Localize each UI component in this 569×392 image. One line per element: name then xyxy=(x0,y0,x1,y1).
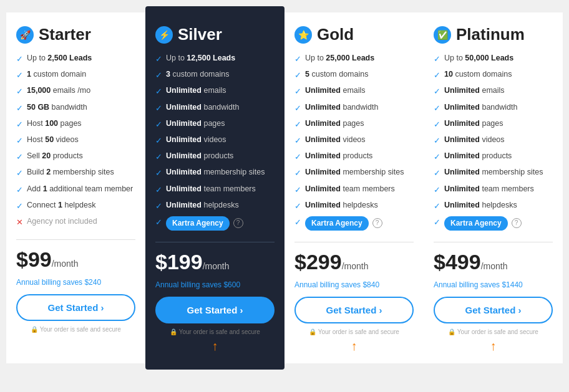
plan-starter: 🚀Starter✓Up to 2,500 Leads✓1 custom doma… xyxy=(6,12,145,363)
silver-price: $199 xyxy=(155,250,203,274)
gold-billing-note: Annual billing saves $840 xyxy=(294,280,414,289)
list-item: ✓Up to 12,500 Leads xyxy=(155,53,275,65)
list-item: ✓Kartra Agency? xyxy=(434,216,553,231)
feature-text: Host 100 pages xyxy=(27,118,82,130)
list-item: ✓Unlimited helpdesks xyxy=(294,200,414,212)
check-icon: ✓ xyxy=(155,201,162,212)
check-icon: ✓ xyxy=(434,103,440,114)
divider xyxy=(155,242,275,242)
list-item: ✓Add 1 additional team member xyxy=(16,184,135,196)
feature-text: Unlimited emails xyxy=(166,85,226,97)
check-icon: ✓ xyxy=(155,184,162,196)
list-item: ✓Unlimited bandwidth xyxy=(294,102,414,114)
feature-text: Unlimited videos xyxy=(444,135,505,146)
starter-name: Starter xyxy=(39,25,91,44)
list-item: ✓Kartra Agency? xyxy=(294,216,414,231)
agency-row: Kartra Agency? xyxy=(305,216,382,231)
check-icon: ✓ xyxy=(294,103,301,114)
agency-question-icon[interactable]: ? xyxy=(512,218,522,228)
divider xyxy=(434,242,553,242)
silver-name: Silver xyxy=(178,25,222,44)
check-icon: ✓ xyxy=(16,119,23,130)
list-item: ✓Unlimited pages xyxy=(155,118,275,130)
agency-question-icon[interactable]: ? xyxy=(233,218,243,228)
feature-text: Build 2 membership sites xyxy=(27,167,114,178)
check-icon: ✓ xyxy=(294,168,301,179)
list-item: ✓Unlimited products xyxy=(155,151,275,163)
list-item: ✓Unlimited emails xyxy=(155,85,275,97)
platinum-cta-button[interactable]: Get Started › xyxy=(434,297,553,323)
agency-question-icon[interactable]: ? xyxy=(372,218,382,228)
gold-cta-button[interactable]: Get Started › xyxy=(294,297,414,323)
check-icon: ✓ xyxy=(155,135,162,146)
check-icon: ✓ xyxy=(434,54,440,65)
starter-icon: 🚀 xyxy=(16,26,34,44)
feature-text: Unlimited pages xyxy=(305,118,364,130)
check-icon: ✓ xyxy=(16,168,23,179)
feature-text: Unlimited team members xyxy=(444,184,534,195)
agency-badge: Kartra Agency xyxy=(444,216,508,231)
gold-header: ⭐Gold xyxy=(294,25,414,44)
check-icon: ✓ xyxy=(155,54,162,65)
check-icon: ✓ xyxy=(294,217,301,228)
silver-cta-button[interactable]: Get Started › xyxy=(155,297,275,323)
check-icon: ✓ xyxy=(16,135,23,146)
feature-text: Unlimited team members xyxy=(305,184,395,195)
list-item: ✓Host 100 pages xyxy=(16,118,135,130)
feature-text: Up to 2,500 Leads xyxy=(27,53,92,64)
check-icon: ✓ xyxy=(294,70,301,81)
list-item: ✓Unlimited products xyxy=(294,151,414,163)
feature-text: Unlimited helpdesks xyxy=(444,200,517,211)
feature-text: Up to 12,500 Leads xyxy=(166,53,235,64)
list-item: ✓1 custom domain xyxy=(16,69,135,81)
feature-text: Up to 25,000 Leads xyxy=(305,53,374,64)
gold-price-section: $299/month xyxy=(294,250,414,274)
feature-text: Unlimited bandwidth xyxy=(444,102,517,113)
list-item: ✓Host 50 videos xyxy=(16,135,135,146)
gold-icon: ⭐ xyxy=(294,26,312,44)
list-item: ✓Unlimited bandwidth xyxy=(434,102,553,114)
feature-text: Unlimited emails xyxy=(444,85,505,97)
list-item: ✓Sell 20 products xyxy=(16,151,135,163)
starter-cta-button[interactable]: Get Started › xyxy=(16,294,135,321)
list-item: ✓Kartra Agency? xyxy=(155,216,275,231)
gold-period: /month xyxy=(342,261,369,271)
check-icon: ✓ xyxy=(434,201,440,212)
silver-billing-note: Annual billing saves $600 xyxy=(155,280,275,289)
check-icon: ✓ xyxy=(155,168,162,179)
check-icon: ✓ xyxy=(155,119,162,130)
feature-text: Unlimited videos xyxy=(166,135,226,146)
feature-text: 3 custom domains xyxy=(166,69,229,80)
list-item: ✓Unlimited team members xyxy=(434,184,553,196)
feature-text: 5 custom domains xyxy=(305,69,368,80)
list-item: ✓Unlimited membership sites xyxy=(155,167,275,179)
gold-features: ✓Up to 25,000 Leads✓5 custom domains✓Unl… xyxy=(294,53,414,231)
list-item: ✓Unlimited emails xyxy=(434,85,553,97)
feature-text: Unlimited membership sites xyxy=(166,167,265,178)
silver-features: ✓Up to 12,500 Leads✓3 custom domains✓Unl… xyxy=(155,53,275,231)
starter-price-section: $99/month xyxy=(16,247,135,272)
check-icon: ✓ xyxy=(434,217,440,228)
check-icon: ✓ xyxy=(434,168,440,179)
feature-text: 15,000 emails /mo xyxy=(27,85,90,97)
starter-billing-note: Annual billing saves $240 xyxy=(16,278,135,287)
check-icon: ✓ xyxy=(434,70,440,81)
list-item: ✓Unlimited products xyxy=(434,151,553,163)
list-item: ✓Build 2 membership sites xyxy=(16,167,135,179)
agency-badge: Kartra Agency xyxy=(166,216,230,231)
check-icon: ✓ xyxy=(155,151,162,163)
platinum-price-section: $499/month xyxy=(434,250,553,274)
list-item: ✓Unlimited emails xyxy=(294,85,414,97)
platinum-icon: ✅ xyxy=(434,26,451,44)
check-icon: ✓ xyxy=(155,217,162,228)
feature-text: Sell 20 products xyxy=(27,151,83,162)
starter-period: /month xyxy=(52,259,79,269)
list-item: ✓3 custom domains xyxy=(155,69,275,81)
feature-text: Unlimited products xyxy=(166,151,233,162)
feature-text: Add 1 additional team member xyxy=(27,184,133,195)
check-icon: ✓ xyxy=(294,86,301,97)
list-item: ✕Agency not included xyxy=(16,216,135,228)
feature-text: Connect 1 helpdesk xyxy=(27,200,96,211)
feature-text: 1 custom domain xyxy=(27,69,86,80)
check-icon: ✓ xyxy=(294,184,301,196)
